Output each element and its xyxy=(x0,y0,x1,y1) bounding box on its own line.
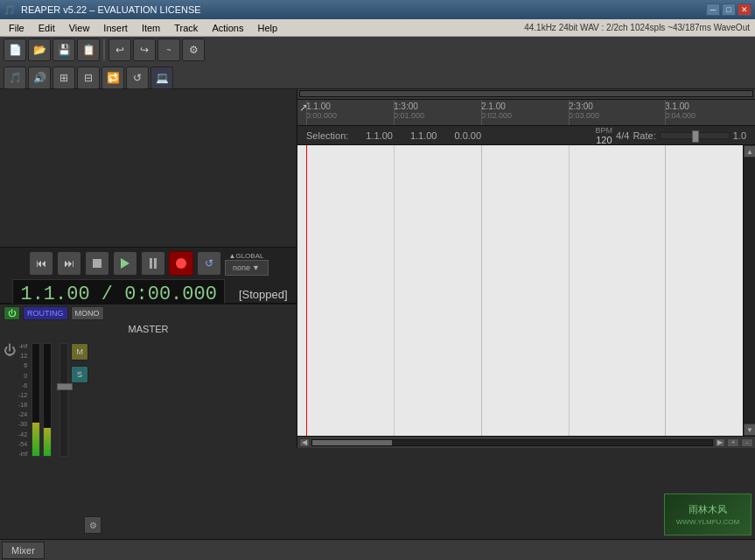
hscroll-left-button[interactable]: ◀ xyxy=(299,438,310,447)
toolbar-open[interactable]: 📂 xyxy=(28,38,51,61)
solo-button[interactable]: S xyxy=(71,366,88,383)
playhead xyxy=(306,145,307,436)
toolbar-btn-r6[interactable]: ↺ xyxy=(126,66,149,89)
menu-insert[interactable]: Insert xyxy=(96,19,135,36)
ruler-line-4 xyxy=(569,100,570,125)
menu-edit[interactable]: Edit xyxy=(31,19,62,36)
toolbar-ripple[interactable]: ~ xyxy=(157,38,180,61)
maximize-button[interactable]: □ xyxy=(722,4,736,16)
grid-line-3 xyxy=(481,145,482,436)
global-button[interactable]: ▲GLOBAL none ▼ xyxy=(225,252,269,276)
menu-actions[interactable]: Actions xyxy=(205,19,250,36)
vscroll-down-button[interactable]: ▼ xyxy=(744,424,755,436)
toolbar-btn-r3[interactable]: ⊞ xyxy=(52,66,75,89)
menu-item[interactable]: Item xyxy=(135,19,167,36)
toolbar-btn-r4[interactable]: ⊟ xyxy=(77,66,100,89)
track-area xyxy=(0,89,297,247)
master-power-button[interactable]: ⏻ xyxy=(3,306,20,320)
bpm-display: BPM 120 xyxy=(596,126,613,145)
play-button[interactable] xyxy=(113,251,137,276)
meter-l xyxy=(31,343,40,457)
app-icon: 🎵 xyxy=(3,4,16,16)
rate-slider[interactable] xyxy=(660,132,730,139)
toolbar-divider-1 xyxy=(103,39,105,60)
menu-view[interactable]: View xyxy=(62,19,97,36)
horizontal-scrollbar[interactable]: ◀ ▶ + - xyxy=(297,436,755,448)
scroll-track-top[interactable] xyxy=(299,90,753,97)
zoom-out-button[interactable]: - xyxy=(741,438,753,447)
toolbar-snap[interactable]: ⚙ xyxy=(182,38,205,61)
ruler-line-2 xyxy=(394,100,395,125)
rate-value: 1.0 xyxy=(733,130,746,141)
rate-thumb[interactable] xyxy=(692,130,699,143)
toolbar-save[interactable]: 💾 xyxy=(52,38,75,61)
goto-end-button[interactable]: ⏭ xyxy=(57,251,81,276)
toolbar-new[interactable]: 📄 xyxy=(3,38,26,61)
meter-r xyxy=(43,343,52,457)
global-dropdown-icon: ▼ xyxy=(252,263,260,272)
settings-button[interactable]: ⚙ xyxy=(84,516,101,534)
fader-thumb[interactable] xyxy=(57,383,73,390)
loop-button[interactable]: ↺ xyxy=(197,251,221,276)
timeline-scrollbar[interactable] xyxy=(297,89,755,100)
stop-icon xyxy=(93,259,101,268)
selection-bar: Selection: 1.1.00 1.1.00 0.0.00 BPM 120 … xyxy=(297,126,755,145)
menu-bar: File Edit View Insert Item Track Actions… xyxy=(0,19,755,37)
arrange-content[interactable]: ▲ ▼ xyxy=(297,145,755,436)
hscroll-track[interactable] xyxy=(311,439,713,446)
arrange-panel: ↗ 1.1.00 0:00.000 1:3:00 0:01.000 2.1.00… xyxy=(297,89,755,448)
selection-length: 0.0.00 xyxy=(455,130,482,141)
toolbar-btn-r2[interactable]: 🔊 xyxy=(28,66,51,89)
minimize-button[interactable]: ─ xyxy=(706,4,720,16)
hscroll-right-button[interactable]: ▶ xyxy=(715,438,725,447)
toolbar: 📄 📂 💾 📋 ↩ ↪ ~ ⚙ 🎵 🔊 ⊞ ⊟ 🔁 ↺ 💻 xyxy=(0,37,755,89)
zoom-in-button[interactable]: + xyxy=(727,438,739,447)
selection-start: 1.1.00 xyxy=(366,130,393,141)
ruler-mark-5: 3.1.00 0:04.000 xyxy=(665,102,696,120)
master-mono-button[interactable]: MONO xyxy=(71,306,104,320)
close-button[interactable]: ✕ xyxy=(738,4,752,16)
toolbar-saveas[interactable]: 📋 xyxy=(77,38,100,61)
bpm-label: BPM xyxy=(596,126,613,135)
pause-button[interactable] xyxy=(141,251,165,276)
transport-status: [Stopped] xyxy=(239,288,288,301)
vertical-scrollbar[interactable]: ▲ ▼ xyxy=(743,145,755,436)
bottom-bar: Mixer xyxy=(0,539,755,560)
ruler-mark-2: 1:3:00 0:01.000 xyxy=(394,102,424,120)
fader-area: ⏻ -inf 12 6 0 -6 -12 -18 -24 -30 -42 -54… xyxy=(0,336,297,476)
goto-start-button[interactable]: ⏮ xyxy=(29,251,53,276)
scroll-thumb-top[interactable] xyxy=(300,91,752,96)
ruler-mark-1: 1.1.00 0:00.000 xyxy=(306,102,337,120)
toolbar-btn-r7[interactable]: 💻 xyxy=(150,66,173,89)
mixer-tab[interactable]: Mixer xyxy=(2,542,45,559)
fader-track[interactable] xyxy=(59,343,68,457)
mute-solo-buttons: M S xyxy=(71,343,88,385)
play-icon xyxy=(121,258,129,269)
menu-help[interactable]: Help xyxy=(250,19,284,36)
master-power-icon: ⏻ xyxy=(3,343,16,357)
ruler-line-3 xyxy=(481,100,482,125)
hscroll-thumb[interactable] xyxy=(312,440,392,445)
record-icon xyxy=(176,258,186,269)
global-dropdown[interactable]: none ▼ xyxy=(225,260,269,276)
toolbar-btn-r1[interactable]: 🎵 xyxy=(3,66,26,89)
menu-file[interactable]: File xyxy=(2,19,31,36)
transport: ⏮ ⏭ ↺ ▲GLOB xyxy=(0,247,297,304)
master-section: ⏻ ROUTING MONO MASTER ⏻ -inf 12 6 0 -6 -… xyxy=(0,304,297,476)
mute-button[interactable]: M xyxy=(71,343,88,360)
vscroll-track[interactable] xyxy=(744,158,755,424)
stop-button[interactable] xyxy=(85,251,109,276)
ruler: ↗ 1.1.00 0:00.000 1:3:00 0:01.000 2.1.00… xyxy=(297,100,755,126)
bpm-value: 120 xyxy=(596,135,612,145)
menu-track[interactable]: Track xyxy=(167,19,205,36)
time-sig: 4/4 xyxy=(616,130,629,141)
master-routing-button[interactable]: ROUTING xyxy=(23,306,68,320)
bpm-section: BPM 120 4/4 Rate: 1.0 xyxy=(596,126,746,145)
grid-line-5 xyxy=(665,145,666,436)
pause-icon xyxy=(150,258,157,269)
toolbar-btn-r5[interactable]: 🔁 xyxy=(101,66,124,89)
toolbar-redo[interactable]: ↪ xyxy=(133,38,156,61)
vscroll-up-button[interactable]: ▲ xyxy=(744,145,755,158)
record-button[interactable] xyxy=(169,251,193,276)
toolbar-undo[interactable]: ↩ xyxy=(108,38,131,61)
